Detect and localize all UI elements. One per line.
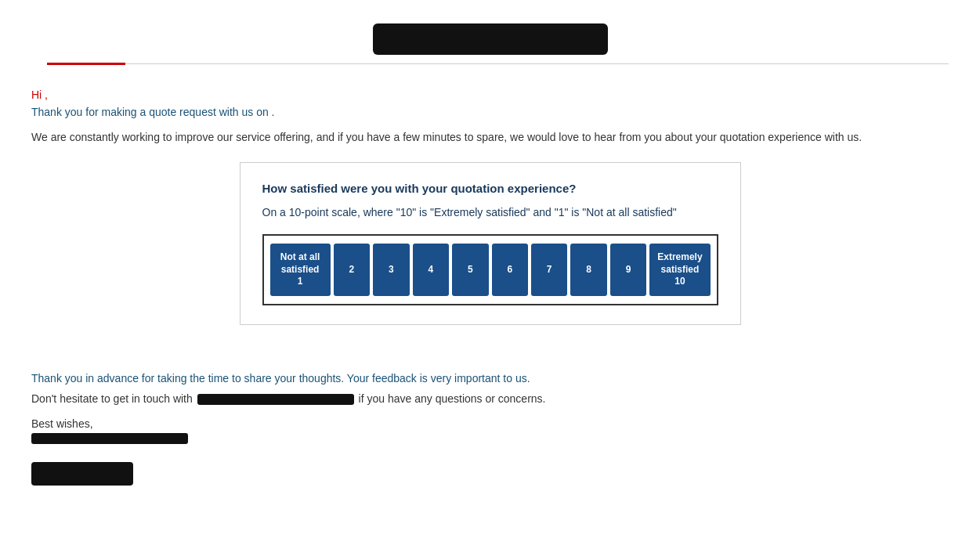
company-logo [373, 23, 608, 55]
scale-btn-label: 4 [428, 264, 433, 276]
greeting-block: Hi , [31, 88, 949, 101]
scale-btn-label: 7 [547, 264, 552, 276]
scale-button-2[interactable]: 2 [334, 244, 370, 296]
footer-content: Thank you in advance for taking the time… [16, 372, 964, 486]
scale-buttons-row: Not at all satisfied 1 2 3 4 [270, 244, 711, 296]
bottom-logo-redacted [31, 462, 133, 486]
footer-thanks-text: Thank you in advance for taking the time… [31, 372, 949, 385]
description-text: We are constantly working to improve our… [31, 131, 949, 143]
scale-button-1[interactable]: Not at all satisfied 1 [270, 244, 331, 296]
header-divider [31, 63, 949, 65]
scale-button-5[interactable]: 5 [452, 244, 488, 296]
page-wrapper: Hi , Thank you for making a quote reques… [0, 0, 980, 538]
contact-suffix: if you have any questions or concerns. [359, 392, 546, 405]
survey-container: How satisfied were you with your quotati… [31, 162, 949, 325]
contact-prefix: Don't hesitate to get in touch with [31, 392, 193, 405]
scale-btn-label: 9 [626, 264, 631, 276]
scale-btn-sub: 1 [298, 276, 303, 288]
scale-btn-label: 5 [468, 264, 473, 276]
header [16, 0, 964, 63]
contact-name-redacted [197, 394, 354, 405]
scale-button-10[interactable]: Extremely satisfied 10 [649, 244, 710, 296]
scale-button-4[interactable]: 4 [413, 244, 449, 296]
scale-btn-label: 2 [349, 264, 355, 276]
survey-box: How satisfied were you with your quotati… [240, 162, 741, 325]
scale-btn-label: 3 [389, 264, 394, 276]
scale-btn-label: 6 [507, 264, 512, 276]
thank-you-line: Thank you for making a quote request wit… [31, 106, 949, 118]
header-accent-line [47, 63, 125, 65]
scale-button-9[interactable]: 9 [610, 244, 646, 296]
survey-question: How satisfied were you with your quotati… [262, 182, 718, 195]
scale-btn-sub: 10 [674, 276, 685, 288]
header-gray-line [125, 63, 949, 64]
scale-buttons-wrapper: Not at all satisfied 1 2 3 4 [262, 234, 718, 305]
body-content: Hi , Thank you for making a quote reques… [16, 81, 964, 372]
footer-contact-line: Don't hesitate to get in touch with if y… [31, 392, 949, 405]
scale-btn-label: 8 [586, 264, 591, 276]
survey-scale-description: On a 10-point scale, where "10" is "Extr… [262, 206, 718, 218]
scale-btn-label: Extremely satisfied [653, 251, 707, 276]
scale-btn-label: Not at all satisfied [273, 251, 327, 276]
scale-button-3[interactable]: 3 [373, 244, 409, 296]
signature-redacted [31, 433, 188, 444]
scale-button-8[interactable]: 8 [570, 244, 606, 296]
scale-button-7[interactable]: 7 [531, 244, 567, 296]
best-wishes-text: Best wishes, [31, 417, 949, 430]
greeting-hi: Hi , [31, 88, 48, 101]
scale-button-6[interactable]: 6 [492, 244, 528, 296]
